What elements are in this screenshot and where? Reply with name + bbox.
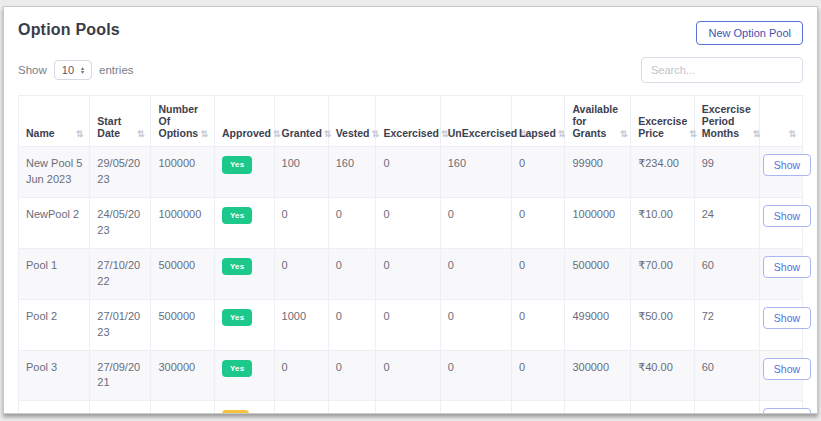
cell-approved: Yes [214,299,274,350]
cell-vested: 0 [328,248,376,299]
new-option-pool-button[interactable]: New Option Pool [696,21,803,45]
cell-name: Pool 3 [19,350,90,401]
table-row: NewPool 224/05/20231000000Yes00000100000… [19,197,803,248]
cell-excercise_period_months: 72 [694,299,759,350]
sort-icon: ⇅ [137,129,145,139]
cell-excercise_price: ₹50.00 [631,299,695,350]
column-header-label: Available for Grants [572,103,618,139]
cell-name: Pool 4 [19,401,90,414]
show-button[interactable]: Show [763,256,811,278]
search-input[interactable] [641,57,803,83]
cell-available_for_grants: 500000 [565,248,631,299]
cell-actions: Show [759,248,802,299]
sort-icon: ⇅ [273,129,281,139]
column-header-label: UnExcercised [448,127,517,139]
column-header-available_for_grants[interactable]: Available for Grants⇅ [565,96,631,147]
cell-name: NewPool 2 [19,197,90,248]
entries-select[interactable]: 10 ▴▾ [54,60,92,80]
cell-approved: Yes [214,350,274,401]
cell-available_for_grants: 1000000 [565,197,631,248]
cell-approved: Yes [214,248,274,299]
show-entries-control: Show 10 ▴▾ entries [18,60,134,80]
show-button[interactable]: Show [763,154,811,176]
column-header-excercise_period_months[interactable]: Excercise Period Months⇅ [694,96,759,147]
sort-icon: ⇅ [753,129,761,139]
cell-approved: Yes [214,147,274,198]
cell-start_date: 27/06/2022 [90,401,151,414]
cell-excercised: 0 [376,197,440,248]
cell-actions: Show [759,197,802,248]
cell-excercised: 0 [376,248,440,299]
approved-badge: Yes [222,207,252,225]
cell-unexcercised: 0 [440,197,511,248]
cell-granted: 1400 [274,401,328,414]
cell-excercise_period_months: 99 [694,147,759,198]
cell-start_date: 24/05/2023 [90,197,151,248]
column-header-approved[interactable]: Approved⇅ [214,96,274,147]
column-header-lapsed[interactable]: Lapsed⇅ [512,96,565,147]
cell-excercised: 0 [376,350,440,401]
cell-actions: Show [759,299,802,350]
show-button[interactable]: Show [763,358,811,380]
sort-icon: ⇅ [200,129,208,139]
table-row: New Pool 5 Jun 202329/05/2023100000Yes10… [19,147,803,198]
cell-approved: No [214,401,274,414]
cell-start_date: 27/09/2021 [90,350,151,401]
cell-available_for_grants: 300000 [565,350,631,401]
cell-excercise_price: ₹70.00 [631,401,695,414]
sort-icon: ⇅ [788,129,796,139]
cell-actions: Show [759,147,802,198]
column-header-number_of_options[interactable]: Number Of Options⇅ [151,96,215,147]
cell-excercise_period_months: 60 [694,248,759,299]
column-header-excercise_price[interactable]: Excercise Price⇅ [631,96,695,147]
cell-unexcercised: 0 [440,350,511,401]
cell-excercise_price: ₹234.00 [631,147,695,198]
cell-start_date: 27/01/2023 [90,299,151,350]
cell-number_of_options: 300000 [151,401,215,414]
cell-excercise_price: ₹70.00 [631,248,695,299]
cell-lapsed: 0 [512,147,565,198]
cell-available_for_grants: 298600 [565,401,631,414]
cell-excercised: 0 [376,299,440,350]
show-button[interactable]: Show [763,408,811,414]
column-header-granted[interactable]: Granted⇅ [274,96,328,147]
cell-number_of_options: 1000000 [151,197,215,248]
column-header-vested[interactable]: Vested⇅ [328,96,376,147]
cell-excercised: 0 [376,147,440,198]
sort-icon: ⇅ [689,129,697,139]
cell-vested: 160 [328,147,376,198]
cell-lapsed: 0 [512,248,565,299]
column-header-actions: ⇅ [759,96,802,147]
cell-number_of_options: 500000 [151,248,215,299]
cell-excercised: 0 [376,401,440,414]
show-button[interactable]: Show [763,205,811,227]
cell-granted: 100 [274,147,328,198]
cell-excercise_period_months: 24 [694,197,759,248]
sort-icon: ⇅ [76,129,84,139]
sort-icon: ⇅ [324,129,332,139]
sort-icon: ⇅ [372,129,380,139]
show-button[interactable]: Show [763,307,811,329]
cell-approved: Yes [214,197,274,248]
column-header-label: Vested [336,127,370,139]
column-header-start_date[interactable]: Start Date⇅ [90,96,151,147]
entries-label: entries [99,64,134,76]
cell-excercise_period_months: 60 [694,350,759,401]
table-row: Pool 127/10/2022500000Yes00000500000₹70.… [19,248,803,299]
cell-available_for_grants: 99900 [565,147,631,198]
cell-number_of_options: 500000 [151,299,215,350]
entries-select-value: 10 [62,64,74,76]
column-header-label: Start Date [97,115,135,139]
select-arrows-icon: ▴▾ [81,66,84,75]
column-header-unexcercised[interactable]: UnExcercised⇅ [440,96,511,147]
column-header-label: Excercise Period Months [702,103,751,139]
cell-unexcercised: 0 [440,248,511,299]
cell-unexcercised: 160 [440,147,511,198]
approved-badge: Yes [222,309,252,327]
column-header-name[interactable]: Name⇅ [19,96,90,147]
column-header-excercised[interactable]: Excercised⇅ [376,96,440,147]
cell-granted: 0 [274,197,328,248]
column-header-label: Number Of Options [158,103,198,139]
approved-badge: No [222,410,249,414]
cell-vested: 0 [328,350,376,401]
